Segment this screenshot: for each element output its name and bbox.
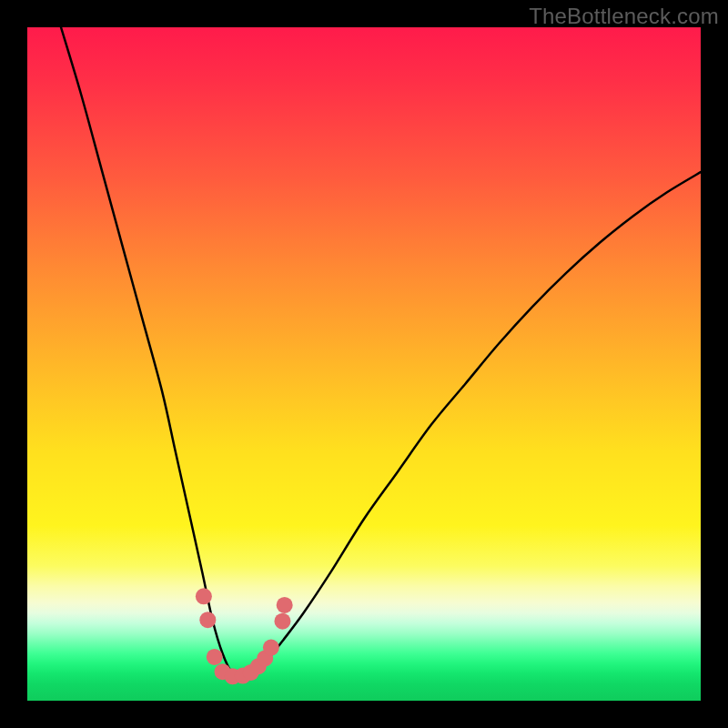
marker-dot [199, 612, 216, 628]
marker-dot [196, 588, 212, 604]
marker-dot [277, 597, 293, 613]
marker-dot [274, 613, 290, 630]
bottleneck-curve [61, 27, 701, 677]
marker-dot [263, 640, 279, 656]
chart-frame: TheBottleneck.com [0, 0, 728, 728]
plot-area [27, 27, 701, 701]
curve-layer [27, 27, 701, 701]
marker-dot [207, 649, 223, 665]
curve-markers [196, 588, 293, 684]
watermark-text: TheBottleneck.com [529, 4, 719, 29]
